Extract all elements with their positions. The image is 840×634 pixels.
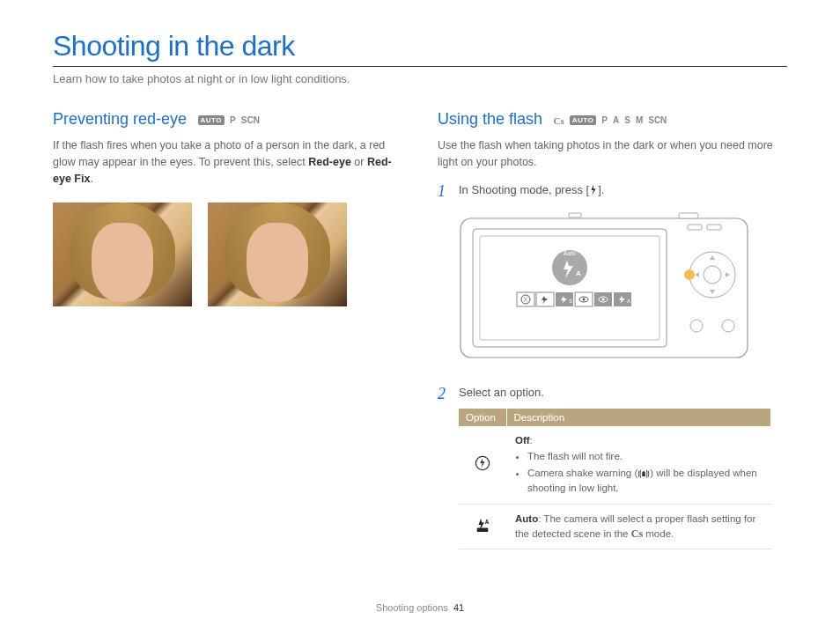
page-subtitle: Learn how to take photos at night or in … bbox=[53, 72, 787, 85]
svg-point-16 bbox=[602, 298, 605, 300]
flash-icon bbox=[589, 185, 598, 195]
step-2: 2 Select an option. bbox=[438, 386, 787, 402]
preventing-redeye-heading: Preventing red-eye bbox=[53, 110, 187, 129]
mode-scn-icon: SCN bbox=[648, 115, 667, 125]
example-photo-fixed bbox=[208, 203, 347, 306]
svg-point-22 bbox=[722, 320, 734, 332]
mode-tags-left: AUTO P SCN bbox=[198, 115, 260, 125]
svg-point-20 bbox=[684, 269, 695, 280]
off-bullet-1: The flash will not fire. bbox=[527, 449, 763, 464]
svg-text:A: A bbox=[576, 269, 581, 277]
th-option: Option bbox=[459, 409, 506, 426]
svg-rect-29 bbox=[477, 527, 489, 532]
svg-rect-24 bbox=[707, 225, 721, 230]
svg-point-21 bbox=[690, 320, 703, 332]
th-description: Description bbox=[506, 409, 771, 426]
footer-section: Shooting options bbox=[376, 602, 448, 613]
svg-point-19 bbox=[704, 266, 721, 284]
mode-auto-icon: AUTO bbox=[570, 115, 597, 125]
mode-tags-right: Cs AUTO P A S M SCN bbox=[554, 115, 667, 126]
step-1: 1 In Shooting mode, press []. bbox=[438, 183, 787, 199]
svg-point-14 bbox=[583, 298, 586, 300]
svg-text:A: A bbox=[627, 299, 630, 304]
mode-cs-icon: Cs bbox=[554, 115, 564, 126]
mode-a-icon: A bbox=[613, 115, 619, 125]
using-flash-heading: Using the flash bbox=[438, 110, 542, 129]
mode-s-icon: S bbox=[624, 115, 630, 125]
mode-cs-icon: Cs bbox=[631, 527, 643, 540]
camera-shake-icon bbox=[637, 469, 650, 479]
svg-rect-26 bbox=[569, 213, 581, 217]
flash-options-table: Option Description Off: The flash will n… bbox=[459, 409, 771, 550]
page-title: Shooting in the dark bbox=[53, 30, 787, 67]
redeye-body-text: If the flash fires when you take a photo… bbox=[53, 137, 402, 187]
left-column: Preventing red-eye AUTO P SCN If the fla… bbox=[53, 110, 402, 549]
step-2-text: Select an option. bbox=[459, 386, 544, 401]
svg-text:A: A bbox=[485, 519, 490, 525]
mode-scn-icon: SCN bbox=[241, 115, 260, 125]
step-2-number: 2 bbox=[438, 386, 450, 402]
example-photo-redeye bbox=[53, 203, 192, 306]
step-1-number: 1 bbox=[438, 183, 450, 199]
svg-rect-23 bbox=[688, 225, 702, 230]
camera-back-diagram: Auto A S A bbox=[459, 211, 749, 361]
flash-off-icon bbox=[475, 455, 490, 471]
example-photo-row bbox=[53, 203, 402, 306]
flash-auto-smart-icon: A bbox=[475, 517, 490, 533]
svg-text:S: S bbox=[569, 299, 572, 304]
mode-m-icon: M bbox=[636, 115, 643, 125]
page-footer: Shooting options 41 bbox=[0, 602, 840, 613]
off-bullet-2: Camera shake warning () will be displaye… bbox=[527, 466, 763, 495]
footer-page-number: 41 bbox=[453, 602, 464, 613]
svg-rect-25 bbox=[679, 213, 698, 218]
mode-auto-icon: AUTO bbox=[198, 115, 225, 125]
table-row: A Auto: The camera will select a proper … bbox=[459, 505, 771, 549]
mode-p-icon: P bbox=[230, 115, 236, 125]
flash-body-text: Use the flash when taking photos in the … bbox=[438, 137, 787, 171]
right-column: Using the flash Cs AUTO P A S M SCN Use … bbox=[438, 110, 787, 549]
mode-p-icon: P bbox=[601, 115, 608, 125]
step-1-text: In Shooting mode, press []. bbox=[459, 183, 604, 198]
table-row: Off: The flash will not fire. Camera sha… bbox=[459, 426, 771, 505]
diagram-auto-label: Auto bbox=[564, 250, 577, 256]
